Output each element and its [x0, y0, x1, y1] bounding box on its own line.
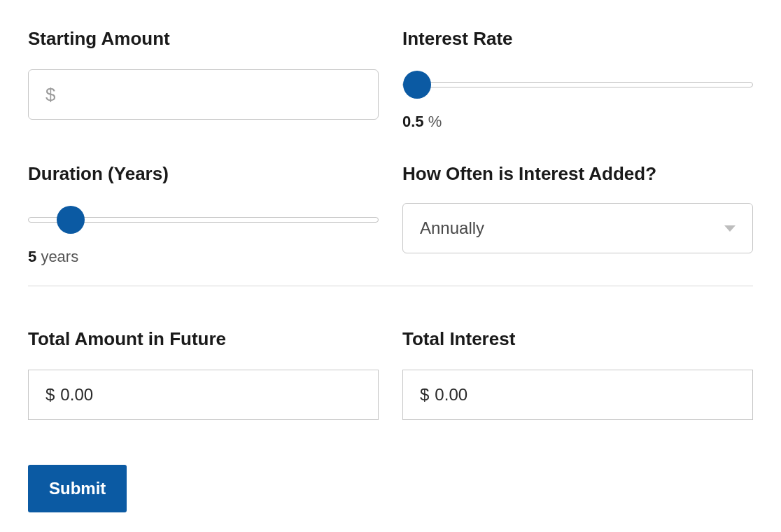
total-future-label: Total Amount in Future [28, 328, 379, 350]
chevron-down-icon [724, 225, 736, 232]
starting-amount-input[interactable] [28, 69, 379, 120]
total-future-output: $0.00 [28, 370, 379, 420]
duration-value: 5 years [28, 248, 379, 266]
duration-slider-thumb[interactable] [57, 206, 85, 234]
duration-label: Duration (Years) [28, 163, 379, 185]
compounding-selected-value: Annually [420, 218, 484, 238]
submit-button[interactable]: Submit [28, 465, 127, 512]
compounding-label: How Often is Interest Added? [402, 163, 753, 185]
interest-rate-label: Interest Rate [402, 28, 753, 50]
duration-slider[interactable] [28, 204, 379, 235]
interest-rate-value: 0.5 % [402, 113, 753, 131]
interest-rate-slider-thumb[interactable] [403, 71, 431, 99]
section-divider [28, 286, 753, 286]
compounding-select[interactable]: Annually [402, 203, 753, 253]
starting-amount-label: Starting Amount [28, 28, 379, 50]
interest-rate-slider[interactable] [402, 69, 753, 100]
total-interest-output: $0.00 [402, 370, 753, 420]
total-interest-label: Total Interest [402, 328, 753, 350]
